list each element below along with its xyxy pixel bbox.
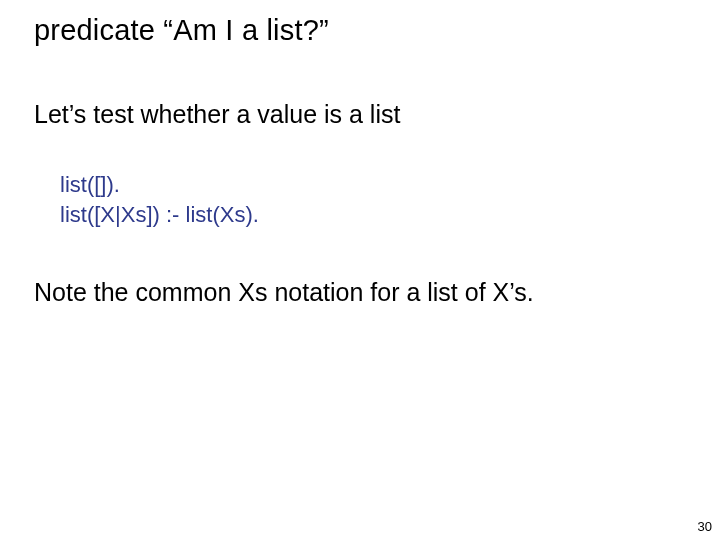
slide: predicate “Am I a list?” Let’s test whet… — [0, 0, 720, 540]
slide-title: predicate “Am I a list?” — [34, 14, 329, 47]
note-text: Note the common Xs notation for a list o… — [34, 278, 534, 307]
code-line-2: list([X|Xs]) :- list(Xs). — [60, 202, 259, 227]
page-number: 30 — [698, 519, 712, 534]
code-line-1: list([]). — [60, 172, 120, 197]
code-block: list([]). list([X|Xs]) :- list(Xs). — [60, 170, 259, 229]
intro-text: Let’s test whether a value is a list — [34, 100, 400, 129]
